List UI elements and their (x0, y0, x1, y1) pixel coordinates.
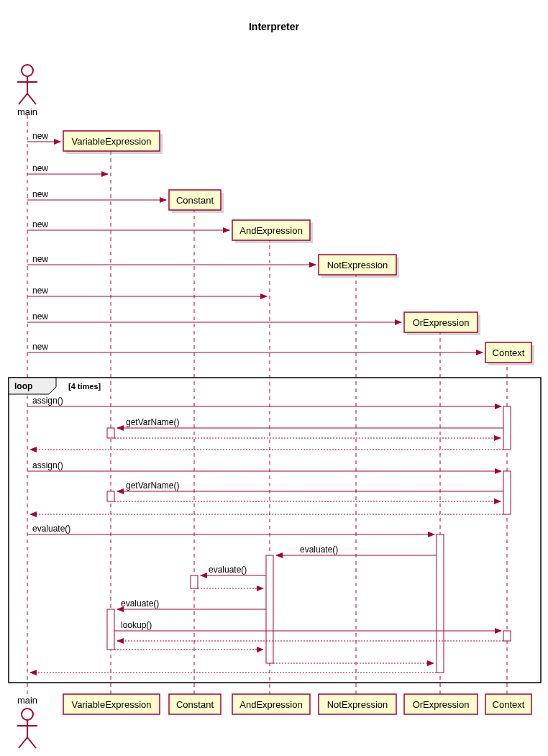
msg-label-new8: new (32, 342, 48, 352)
msg-label-new3: new (32, 189, 48, 199)
sequence-diagram: Interpreter main VariableExpression Cons… (0, 0, 548, 756)
activation-orexp (437, 534, 444, 673)
msg-label-evaluate-const: evaluate() (209, 565, 247, 575)
actor-main-top: main (17, 65, 37, 117)
msg-label-assign2: assign() (32, 460, 63, 470)
svg-text:Context: Context (493, 347, 525, 358)
participant-box-constant-bottom: Constant (169, 694, 221, 714)
activation-varexp-1 (107, 428, 114, 438)
participant-box-andexpression-top: AndExpression (232, 220, 313, 243)
participant-box-variableexpression-bottom: VariableExpression (63, 694, 160, 714)
msg-label-evaluate-var: evaluate() (121, 598, 159, 609)
msg-label-getvarname1: getVarName() (126, 417, 179, 427)
svg-text:VariableExpression: VariableExpression (71, 699, 151, 710)
activation-context-3 (503, 631, 511, 641)
svg-text:OrExpression: OrExpression (413, 317, 470, 328)
participant-box-context-bottom: Context (485, 694, 531, 714)
diagram-title: Interpreter (249, 21, 300, 32)
loop-fragment (9, 378, 541, 683)
participant-box-constant-top: Constant (169, 190, 224, 213)
msg-label-assign1: assign() (32, 396, 63, 406)
svg-line-4 (27, 94, 36, 104)
participant-box-variableexpression-top: VariableExpression (63, 131, 163, 154)
participant-box-context-top: Context (485, 342, 534, 365)
actor-main-bottom: main (17, 695, 37, 748)
activation-varexp-2 (107, 491, 114, 501)
activation-const (191, 575, 198, 588)
activation-varexp-3 (107, 609, 114, 650)
svg-line-3 (19, 94, 27, 104)
svg-point-0 (22, 65, 33, 76)
msg-label-evaluate-and: evaluate() (300, 545, 338, 555)
svg-point-24 (22, 709, 33, 720)
svg-text:AndExpression: AndExpression (239, 225, 302, 236)
msg-label-lookup: lookup() (121, 620, 152, 630)
activation-context-1 (503, 406, 511, 450)
svg-text:Constant: Constant (176, 195, 214, 206)
participant-box-andexpression-bottom: AndExpression (232, 694, 310, 714)
loop-condition-text: [4 times] (68, 382, 101, 391)
activation-andexp (266, 555, 273, 663)
participant-box-orexpression-top: OrExpression (404, 312, 480, 335)
msg-label-new2: new (32, 163, 48, 173)
svg-text:VariableExpression: VariableExpression (71, 136, 151, 147)
svg-line-27 (19, 737, 27, 748)
activation-context-2 (503, 471, 511, 514)
msg-label-evaluate-or: evaluate() (32, 524, 70, 534)
svg-text:AndExpression: AndExpression (239, 699, 302, 710)
participant-box-notexpression-top: NotExpression (319, 255, 399, 278)
svg-text:NotExpression: NotExpression (327, 699, 388, 710)
svg-text:NotExpression: NotExpression (327, 260, 388, 270)
msg-label-getvarname2: getVarName() (126, 481, 179, 491)
svg-text:main: main (17, 695, 37, 706)
msg-label-new1: new (32, 131, 48, 141)
msg-label-new5: new (32, 254, 48, 264)
participant-box-notexpression-bottom: NotExpression (319, 694, 396, 714)
participant-box-orexpression-bottom: OrExpression (404, 694, 478, 714)
msg-label-new6: new (32, 286, 48, 296)
msg-label-new4: new (32, 219, 48, 229)
loop-label-text: loop (14, 381, 32, 391)
actor-label-top: main (17, 106, 37, 117)
svg-line-28 (27, 737, 36, 748)
msg-label-new7: new (32, 311, 48, 322)
svg-text:Context: Context (493, 699, 525, 710)
svg-text:OrExpression: OrExpression (413, 699, 470, 710)
svg-text:Constant: Constant (176, 699, 214, 710)
